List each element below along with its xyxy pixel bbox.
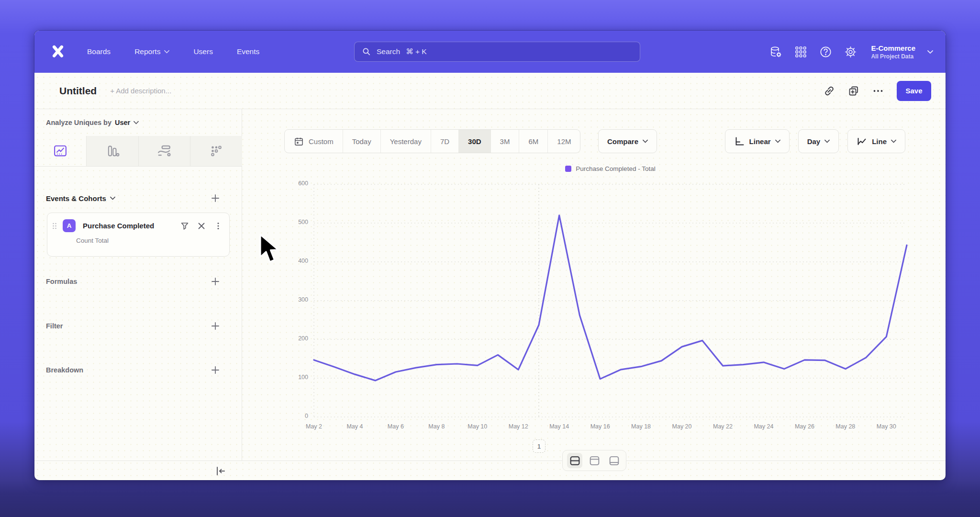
event-aggregation[interactable]: Count Total [76, 237, 229, 244]
nav-item-events[interactable]: Events [237, 47, 259, 56]
top-nav: BoardsReportsUsersEvents Search ⌘ + K [34, 31, 946, 73]
tab-funnels[interactable] [86, 136, 138, 166]
compare-label: Compare [607, 137, 638, 146]
tab-flows[interactable] [138, 136, 190, 166]
events-cohorts-label[interactable]: Events & Cohorts [46, 194, 106, 202]
chevron-down-icon [134, 121, 139, 124]
date-range-segmented-control: CustomTodayYesterday7D30D3M6M12M [284, 129, 580, 153]
split-middle-icon [569, 455, 581, 467]
nav-item-boards[interactable]: Boards [87, 47, 111, 56]
x-axis-tick: May 26 [789, 423, 820, 430]
app-window: BoardsReportsUsersEvents Search ⌘ + K [34, 31, 946, 480]
section-label: Filter [46, 322, 63, 330]
nav-item-label: Events [237, 47, 259, 56]
event-card[interactable]: A Purchase Completed Count T [47, 213, 230, 257]
compare-button[interactable]: Compare [598, 129, 657, 153]
event-name[interactable]: Purchase Completed [83, 222, 180, 230]
kebab-menu-icon[interactable] [214, 222, 223, 230]
layout-bottom-bar-button[interactable] [606, 453, 622, 468]
range-today[interactable]: Today [343, 130, 380, 153]
nav-right-cluster: E-Commerce All Project Data [769, 31, 933, 73]
bar-chart-icon [105, 144, 120, 158]
annotation-count-badge[interactable]: 1 [533, 439, 546, 453]
nav-item-users[interactable]: Users [193, 47, 212, 56]
save-button[interactable]: Save [897, 81, 931, 101]
search-shortcut: ⌘ + K [406, 47, 427, 56]
chevron-down-icon [110, 196, 115, 200]
legend-color-swatch [565, 166, 571, 172]
chevron-down-icon [824, 139, 830, 143]
range-7d[interactable]: 7D [431, 130, 458, 153]
chart-display-controls: Linear Day Line [725, 129, 905, 153]
data-management-icon[interactable] [769, 45, 782, 58]
x-axis-tick: May 18 [626, 423, 657, 430]
section-label: Formulas [46, 278, 77, 285]
layout-top-bar-button[interactable] [587, 453, 602, 468]
sidebar-section-breakdown: Breakdown [46, 365, 220, 375]
duplicate-icon[interactable] [848, 85, 859, 97]
x-axis-tick: May 4 [339, 423, 370, 430]
range-label: Today [352, 137, 371, 146]
range-label: Custom [309, 137, 334, 146]
add-formulas-button[interactable] [211, 277, 220, 286]
add-description-field[interactable]: + Add description... [110, 87, 171, 95]
drag-handle-icon[interactable] [51, 221, 58, 231]
filter-funnel-icon[interactable] [180, 222, 189, 230]
range-30d[interactable]: 30D [458, 130, 490, 153]
range-label: 7D [440, 137, 449, 146]
events-cohorts-header: Events & Cohorts [46, 193, 220, 203]
copy-link-icon[interactable] [824, 85, 835, 97]
project-switcher[interactable]: E-Commerce All Project Data [871, 44, 915, 60]
report-actions: Save [824, 81, 931, 101]
y-axis-tick: 0 [284, 413, 308, 419]
tab-retention[interactable] [190, 136, 242, 166]
scale-selector[interactable]: Linear [725, 129, 790, 153]
range-6m[interactable]: 6M [519, 130, 547, 153]
flows-icon [157, 144, 171, 158]
report-title[interactable]: Untitled [59, 85, 97, 97]
interval-selector[interactable]: Day [798, 129, 839, 153]
analyze-label: Analyze Uniques by [46, 119, 111, 126]
scale-label: Linear [749, 137, 771, 146]
tab-insights[interactable] [34, 136, 86, 166]
range-custom[interactable]: Custom [285, 130, 343, 153]
add-event-button[interactable] [211, 193, 220, 203]
split-top-icon [589, 455, 601, 467]
range-3m[interactable]: 3M [490, 130, 519, 153]
x-axis-tick: May 24 [748, 423, 779, 430]
series-line [314, 215, 907, 381]
line-chart-icon [857, 136, 868, 147]
split-bottom-icon [608, 455, 620, 467]
range-label: 6M [528, 137, 538, 146]
y-axis-tick: 100 [284, 374, 308, 381]
nav-item-label: Boards [87, 47, 111, 56]
sidebar-section-filter: Filter [46, 321, 220, 331]
event-card-actions [180, 222, 223, 230]
interval-label: Day [807, 137, 821, 146]
legend-series-label: Purchase Completed - Total [576, 165, 655, 172]
line-chart-plot[interactable] [314, 184, 907, 417]
add-filter-button[interactable] [211, 321, 220, 331]
chart-type-selector[interactable]: Line [847, 129, 905, 153]
range-yesterday[interactable]: Yesterday [380, 130, 431, 153]
x-axis-tick: May 16 [585, 423, 615, 430]
more-options-icon[interactable] [872, 85, 884, 97]
range-12m[interactable]: 12M [547, 130, 580, 153]
range-label: 30D [468, 137, 481, 146]
layout-split-horizontal-button[interactable] [567, 453, 582, 468]
settings-gear-icon[interactable] [844, 45, 857, 58]
add-breakdown-button[interactable] [211, 365, 220, 375]
search-icon [362, 47, 371, 56]
help-icon[interactable] [819, 45, 832, 58]
y-axis-tick: 500 [284, 219, 308, 225]
nav-item-reports[interactable]: Reports [134, 47, 169, 56]
mixpanel-logo-icon[interactable] [50, 42, 66, 61]
chevron-down-icon [164, 50, 169, 54]
collapse-sidebar-icon[interactable] [215, 466, 226, 476]
search-input[interactable]: Search ⌘ + K [354, 42, 640, 62]
analyze-value-dropdown[interactable]: User [115, 119, 130, 126]
remove-event-icon[interactable] [197, 222, 206, 230]
section-label: Breakdown [46, 366, 83, 374]
project-subtitle: All Project Data [871, 53, 915, 60]
apps-grid-icon[interactable] [794, 45, 807, 58]
